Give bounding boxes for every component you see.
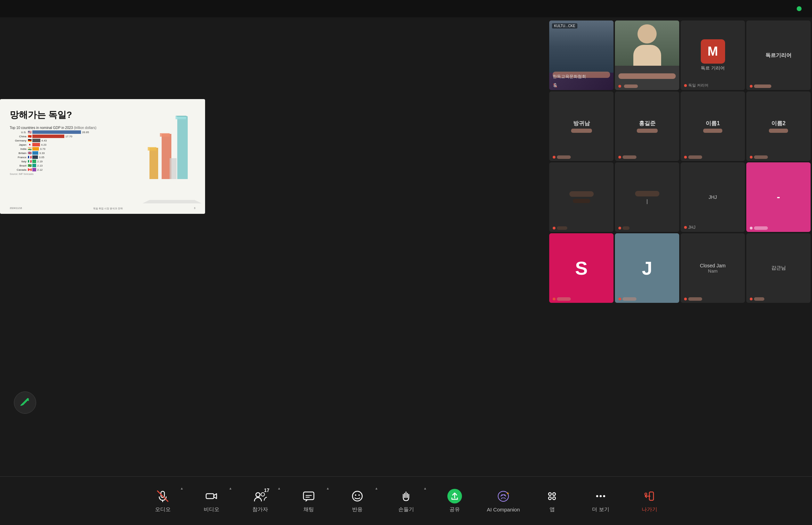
leave-icon <box>642 489 657 503</box>
share-button[interactable]: 공유 <box>430 484 479 518</box>
audio-button[interactable]: ▲ 오디오 <box>138 484 187 518</box>
participant-tile-j: J <box>615 233 679 303</box>
apps-icon <box>545 489 559 503</box>
raise-hand-label: 손들기 <box>398 506 414 513</box>
raise-hand-button[interactable]: ▲ 손들기 <box>382 484 430 518</box>
leave-label: 나가기 <box>642 506 657 513</box>
chat-chevron[interactable]: ▲ <box>326 486 330 490</box>
reactions-button[interactable]: ▲ 반응 <box>333 484 382 518</box>
participants-icon: 17 <box>253 489 267 503</box>
participants-count: 17 <box>264 487 269 493</box>
participant-tile-s: S <box>549 233 614 303</box>
svg-point-29 <box>553 497 555 500</box>
participants-button[interactable]: ▲ 17 참가자 <box>236 484 284 518</box>
participant-tile: JHJ JHJ <box>681 162 745 232</box>
annotation-button[interactable] <box>14 391 36 414</box>
svg-point-25 <box>504 494 505 496</box>
video-chevron[interactable]: ▲ <box>229 486 232 490</box>
avatar-m: M <box>701 39 725 64</box>
participant-tile: 독르기리어 <box>746 21 811 90</box>
participants-grid: KULTU...CKE 한독교육문화협회 M 독르 기리어 <box>548 19 812 304</box>
participant-tile: M 독르 기리어 독일 커리어 <box>681 21 745 90</box>
svg-point-22 <box>355 494 356 496</box>
more-icon <box>593 489 608 503</box>
participant-name: 독르 기리어 <box>701 65 725 71</box>
chat-label: 채팅 <box>303 506 314 513</box>
participants-label: 참가자 <box>252 506 268 513</box>
svg-point-32 <box>603 495 605 497</box>
svg-point-30 <box>596 495 598 497</box>
apps-button[interactable]: 앱 <box>528 484 576 518</box>
svg-point-26 <box>549 493 551 495</box>
svg-point-17 <box>261 493 265 496</box>
participant-tile: KULTU...CKE 한독교육문화협회 <box>549 21 614 90</box>
status-dot <box>797 6 802 11</box>
apps-label: 앱 <box>550 506 555 513</box>
svg-rect-15 <box>206 494 214 499</box>
participant-tile <box>549 162 614 232</box>
participants-chevron[interactable]: ▲ <box>277 486 281 490</box>
kultucke-label: 한독교육문화협회 <box>553 74 586 80</box>
svg-rect-7 <box>170 158 177 179</box>
mic-off-row2 <box>618 84 638 88</box>
raise-hand-chevron[interactable]: ▲ <box>423 486 427 490</box>
svg-point-34 <box>645 493 647 495</box>
svg-line-14 <box>157 491 168 501</box>
svg-point-27 <box>553 493 555 495</box>
video-button[interactable]: ▲ 비디오 <box>187 484 236 518</box>
svg-marker-2 <box>176 116 188 116</box>
participant-tile-closedjam: Closed Jam Nam <box>681 233 745 303</box>
reaction-icon <box>350 489 365 503</box>
participant-tile-pink: - <box>746 162 811 232</box>
participant-tile <box>615 21 679 90</box>
svg-rect-6 <box>148 147 156 151</box>
leave-button[interactable]: 나가기 <box>625 484 674 518</box>
reactions-chevron[interactable]: ▲ <box>375 486 378 490</box>
video-icon <box>204 489 219 503</box>
kultucke-badge: KULTU...CKE <box>552 23 577 29</box>
top-bar <box>0 0 812 17</box>
mic-off-row <box>553 83 558 88</box>
hand-icon <box>399 489 413 503</box>
share-label: 공유 <box>449 506 460 513</box>
audio-chevron[interactable]: ▲ <box>180 486 184 490</box>
svg-point-31 <box>600 495 602 497</box>
more-label: 더 보기 <box>592 506 609 513</box>
chat-icon <box>301 489 316 503</box>
svg-rect-0 <box>177 116 188 179</box>
participant-tile-gamkeun: 감근님 <box>746 233 811 303</box>
ai-companion-icon <box>496 489 511 504</box>
3d-chart <box>143 113 202 207</box>
participant-tile: 홍길준 <box>615 91 679 161</box>
svg-point-24 <box>501 494 503 496</box>
chat-button[interactable]: ▲ 채팅 <box>284 484 333 518</box>
ai-companion-button[interactable]: AI Companion <box>479 484 528 518</box>
video-label: 비디오 <box>204 506 219 513</box>
mic-off-icon <box>155 489 170 503</box>
reactions-label: 반응 <box>352 506 363 513</box>
slide-footer: 2024/11/16 독일 취업 시장 분석과 전략 3 <box>10 207 195 210</box>
svg-point-16 <box>256 493 260 497</box>
svg-rect-5 <box>149 148 158 179</box>
more-button[interactable]: 더 보기 <box>576 484 625 518</box>
slide-panel: 망해가는 독일? Top 10 countries in nominal GDP… <box>0 99 205 214</box>
toolbar: ▲ 오디오 ▲ 비디오 ▲ <box>0 476 812 525</box>
ai-companion-label: AI Companion <box>487 507 520 512</box>
svg-point-28 <box>549 497 551 500</box>
svg-rect-4 <box>160 133 170 137</box>
svg-point-21 <box>352 491 362 501</box>
participant-tile: 방귀남 <box>549 91 614 161</box>
participant-tile: | <box>615 162 679 232</box>
participant-tile: 이름2 <box>746 91 811 161</box>
svg-marker-8 <box>143 200 202 203</box>
audio-label: 오디오 <box>155 506 171 513</box>
svg-point-23 <box>358 494 360 496</box>
share-icon <box>447 489 462 503</box>
participant-tile: 이름1 <box>681 91 745 161</box>
